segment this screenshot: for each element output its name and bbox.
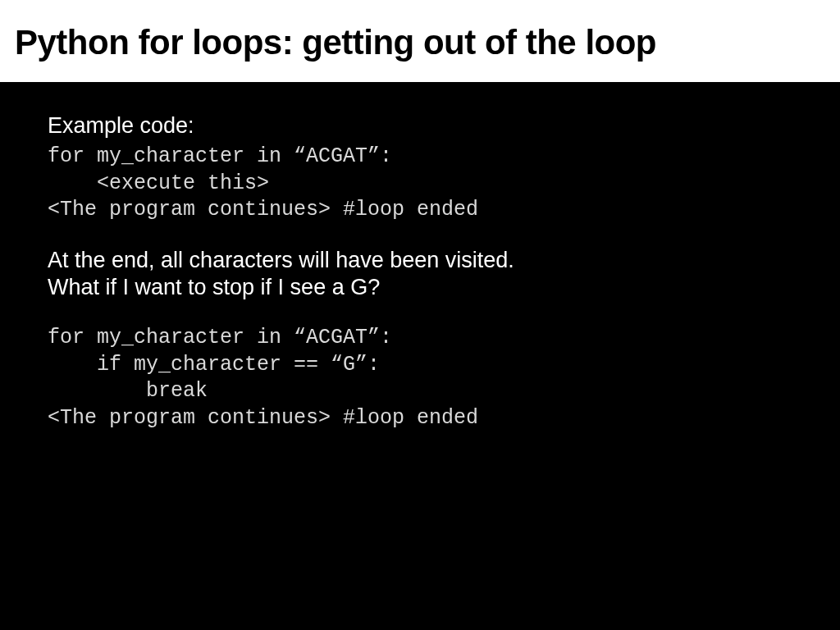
slide-header: Python for loops: getting out of the loo… xyxy=(0,0,840,82)
code-block-2: for my_character in “ACGAT”: if my_chara… xyxy=(48,325,792,431)
example-code-label: Example code: xyxy=(48,113,792,139)
slide-body: Example code: for my_character in “ACGAT… xyxy=(0,82,840,431)
explanation-paragraph: At the end, all characters will have bee… xyxy=(48,247,792,303)
slide-title: Python for loops: getting out of the loo… xyxy=(15,23,825,62)
code-block-1: for my_character in “ACGAT”: <execute th… xyxy=(48,144,792,224)
